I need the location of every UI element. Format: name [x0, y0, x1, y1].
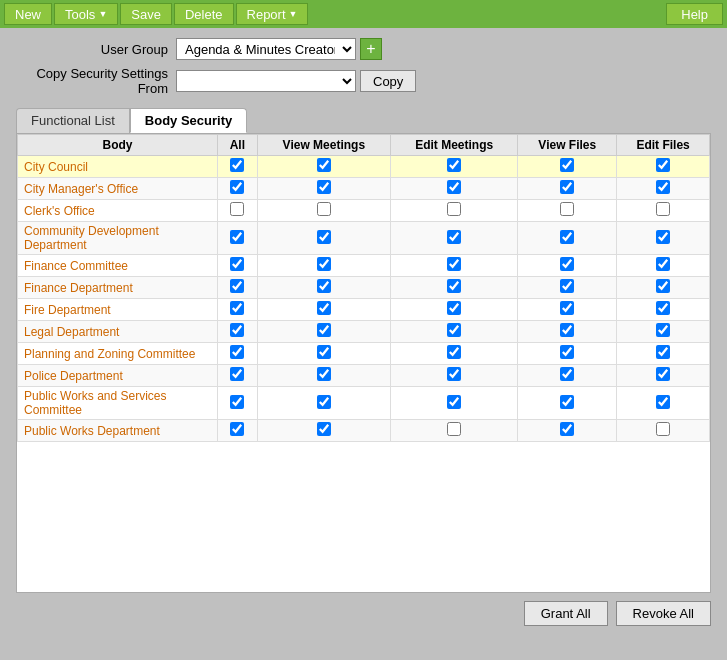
- edit-files-checkbox[interactable]: [656, 395, 670, 409]
- edit-files-checkbox[interactable]: [656, 158, 670, 172]
- edit-meetings-checkbox[interactable]: [447, 323, 461, 337]
- view-files-checkbox-cell: [518, 343, 617, 365]
- view-meetings-checkbox[interactable]: [317, 257, 331, 271]
- all-checkbox[interactable]: [230, 395, 244, 409]
- view-meetings-checkbox[interactable]: [317, 367, 331, 381]
- edit-meetings-checkbox[interactable]: [447, 422, 461, 436]
- edit-files-checkbox[interactable]: [656, 422, 670, 436]
- all-checkbox[interactable]: [230, 323, 244, 337]
- view-meetings-checkbox[interactable]: [317, 422, 331, 436]
- view-meetings-checkbox-cell: [257, 222, 390, 255]
- view-meetings-checkbox[interactable]: [317, 158, 331, 172]
- view-meetings-checkbox-cell: [257, 178, 390, 200]
- edit-meetings-checkbox-cell: [391, 178, 518, 200]
- toolbar: New Tools ▼ Save Delete Report ▼ Help: [0, 0, 727, 28]
- edit-meetings-checkbox[interactable]: [447, 158, 461, 172]
- edit-meetings-checkbox[interactable]: [447, 301, 461, 315]
- all-checkbox[interactable]: [230, 279, 244, 293]
- tools-button[interactable]: Tools ▼: [54, 3, 118, 25]
- edit-files-checkbox[interactable]: [656, 180, 670, 194]
- col-header-edit-meetings: Edit Meetings: [391, 135, 518, 156]
- view-files-checkbox[interactable]: [560, 345, 574, 359]
- revoke-all-button[interactable]: Revoke All: [616, 601, 711, 626]
- edit-meetings-checkbox[interactable]: [447, 367, 461, 381]
- tab-body-security[interactable]: Body Security: [130, 108, 247, 133]
- all-checkbox-cell: [218, 387, 258, 420]
- all-checkbox[interactable]: [230, 422, 244, 436]
- view-files-checkbox[interactable]: [560, 230, 574, 244]
- all-checkbox[interactable]: [230, 345, 244, 359]
- report-button[interactable]: Report ▼: [236, 3, 309, 25]
- edit-files-checkbox-cell: [617, 178, 710, 200]
- view-files-checkbox[interactable]: [560, 323, 574, 337]
- all-checkbox[interactable]: [230, 257, 244, 271]
- view-files-checkbox[interactable]: [560, 158, 574, 172]
- view-files-checkbox[interactable]: [560, 257, 574, 271]
- table-row: Legal Department: [18, 321, 710, 343]
- edit-meetings-checkbox-cell: [391, 299, 518, 321]
- edit-meetings-checkbox[interactable]: [447, 230, 461, 244]
- view-files-checkbox[interactable]: [560, 301, 574, 315]
- view-files-checkbox[interactable]: [560, 180, 574, 194]
- table-row: Clerk's Office: [18, 200, 710, 222]
- edit-files-checkbox-cell: [617, 343, 710, 365]
- edit-meetings-checkbox[interactable]: [447, 279, 461, 293]
- edit-files-checkbox[interactable]: [656, 230, 670, 244]
- help-button[interactable]: Help: [666, 3, 723, 25]
- edit-meetings-checkbox[interactable]: [447, 202, 461, 216]
- view-files-checkbox[interactable]: [560, 422, 574, 436]
- view-meetings-checkbox-cell: [257, 255, 390, 277]
- edit-meetings-checkbox[interactable]: [447, 345, 461, 359]
- user-group-select[interactable]: Agenda & Minutes Creators: [176, 38, 356, 60]
- edit-files-checkbox[interactable]: [656, 367, 670, 381]
- view-files-checkbox-cell: [518, 277, 617, 299]
- view-files-checkbox[interactable]: [560, 202, 574, 216]
- edit-meetings-checkbox[interactable]: [447, 395, 461, 409]
- all-checkbox-cell: [218, 343, 258, 365]
- edit-files-checkbox-cell: [617, 420, 710, 442]
- copy-button[interactable]: Copy: [360, 70, 416, 92]
- table-row: Community Development Department: [18, 222, 710, 255]
- all-checkbox-cell: [218, 420, 258, 442]
- view-files-checkbox[interactable]: [560, 367, 574, 381]
- all-checkbox[interactable]: [230, 301, 244, 315]
- copy-security-select[interactable]: [176, 70, 356, 92]
- all-checkbox-cell: [218, 365, 258, 387]
- edit-files-checkbox[interactable]: [656, 301, 670, 315]
- view-meetings-checkbox[interactable]: [317, 180, 331, 194]
- view-meetings-checkbox[interactable]: [317, 301, 331, 315]
- save-button[interactable]: Save: [120, 3, 172, 25]
- all-checkbox[interactable]: [230, 158, 244, 172]
- copy-security-label: Copy Security Settings From: [16, 66, 176, 96]
- edit-files-checkbox[interactable]: [656, 323, 670, 337]
- edit-files-checkbox[interactable]: [656, 345, 670, 359]
- all-checkbox[interactable]: [230, 202, 244, 216]
- all-checkbox[interactable]: [230, 180, 244, 194]
- view-meetings-checkbox-cell: [257, 156, 390, 178]
- grant-all-button[interactable]: Grant All: [524, 601, 608, 626]
- all-checkbox[interactable]: [230, 367, 244, 381]
- edit-files-checkbox[interactable]: [656, 257, 670, 271]
- view-meetings-checkbox[interactable]: [317, 345, 331, 359]
- view-meetings-checkbox[interactable]: [317, 279, 331, 293]
- view-meetings-checkbox[interactable]: [317, 230, 331, 244]
- edit-meetings-checkbox[interactable]: [447, 180, 461, 194]
- tab-functional-list[interactable]: Functional List: [16, 108, 130, 133]
- add-user-group-button[interactable]: +: [360, 38, 382, 60]
- edit-meetings-checkbox[interactable]: [447, 257, 461, 271]
- delete-button[interactable]: Delete: [174, 3, 234, 25]
- edit-files-checkbox-cell: [617, 277, 710, 299]
- view-files-checkbox[interactable]: [560, 395, 574, 409]
- all-checkbox[interactable]: [230, 230, 244, 244]
- edit-meetings-checkbox-cell: [391, 420, 518, 442]
- tools-label: Tools: [65, 7, 95, 22]
- view-meetings-checkbox[interactable]: [317, 323, 331, 337]
- new-button[interactable]: New: [4, 3, 52, 25]
- view-meetings-checkbox[interactable]: [317, 395, 331, 409]
- bottom-bar: Grant All Revoke All: [0, 593, 727, 634]
- view-files-checkbox[interactable]: [560, 279, 574, 293]
- view-meetings-checkbox[interactable]: [317, 202, 331, 216]
- edit-meetings-checkbox-cell: [391, 387, 518, 420]
- edit-files-checkbox[interactable]: [656, 279, 670, 293]
- edit-files-checkbox[interactable]: [656, 202, 670, 216]
